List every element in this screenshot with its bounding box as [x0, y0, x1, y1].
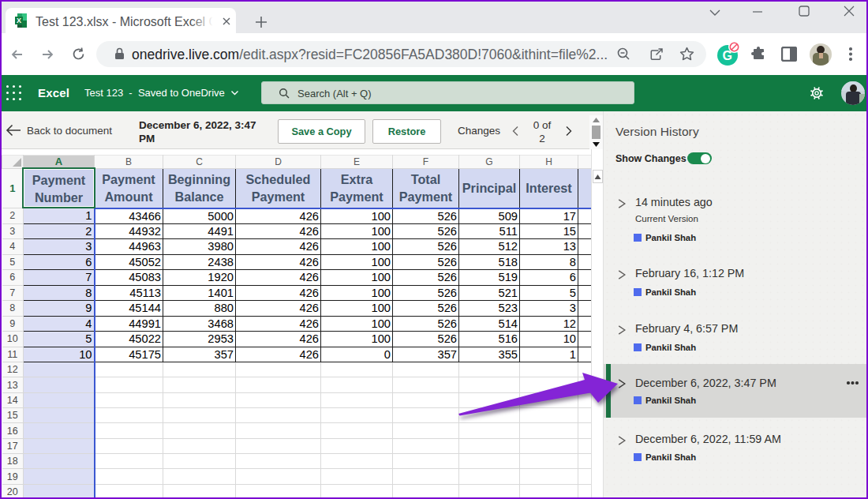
svg-text:X: X [17, 17, 21, 24]
